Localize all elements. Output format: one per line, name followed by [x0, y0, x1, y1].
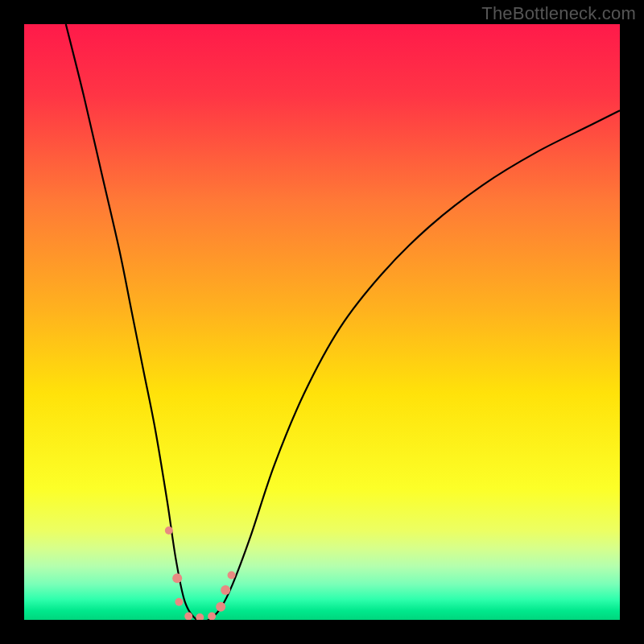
marker-point [221, 585, 230, 595]
curve-layer [24, 24, 620, 620]
bottleneck-curve [66, 24, 620, 620]
marker-point [196, 613, 204, 620]
chart-frame: TheBottleneck.com [0, 0, 644, 644]
marker-point [175, 598, 183, 606]
marker-point [216, 602, 225, 612]
marker-group [165, 526, 236, 620]
marker-point [208, 613, 216, 620]
marker-point [172, 573, 182, 583]
marker-point [165, 526, 173, 535]
watermark-text: TheBottleneck.com [481, 3, 636, 24]
plot-area [24, 24, 620, 620]
marker-point [228, 572, 236, 580]
